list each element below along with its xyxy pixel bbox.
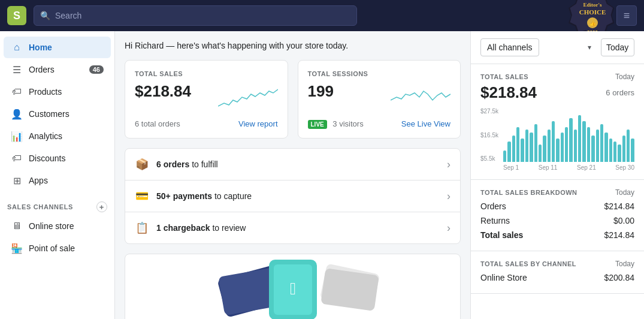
chart-bar <box>600 124 603 162</box>
action-item-chargeback[interactable]: 📋 1 chargeback to review › <box>125 212 460 243</box>
rp-by-channel-header: TOTAL SALES BY CHANNEL Today <box>480 260 634 268</box>
bar-chart <box>480 108 634 162</box>
chart-bar <box>622 136 625 162</box>
rp-total-sales-header: TOTAL SALES Today <box>480 73 634 81</box>
chart-bar <box>591 136 594 162</box>
channel-online-store-label: Online Store <box>480 273 527 282</box>
chart-bar <box>525 130 528 162</box>
bar-chart-container: $27.5k$16.5k$5.5k Sep 1 Sep 11 Sep 21 Se… <box>480 108 634 171</box>
chart-label-sep1: Sep 1 <box>480 164 519 171</box>
date-select[interactable]: Today <box>601 38 634 56</box>
chart-label-sep11: Sep 11 <box>539 164 558 171</box>
breakdown-row-returns: Returns $0.00 <box>480 213 634 228</box>
sidebar-item-orders[interactable]: ☰ Orders 46 <box>4 59 111 80</box>
breakdown-total-value: $214.84 <box>604 230 634 240</box>
chart-bar <box>596 130 599 162</box>
sidebar-item-analytics[interactable]: 📊 Analytics <box>4 125 111 147</box>
sidebar-item-online-store[interactable]: 🖥 Online store <box>4 215 111 237</box>
sessions-visitors: LIVE 3 visitors <box>308 119 364 128</box>
breakdown-returns-label: Returns <box>480 216 510 225</box>
visitors-count: 3 visitors <box>332 119 363 128</box>
discounts-icon: 🏷 <box>11 152 23 164</box>
chart-bar <box>516 127 519 162</box>
top-nav: S 🔍 Search Editor's CHOICE 👍 2022 ≡ <box>0 0 644 31</box>
chart-bar <box>578 115 581 162</box>
rp-by-channel-date: Today <box>615 260 634 268</box>
rp-by-channel-section: TOTAL SALES BY CHANNEL Today Online Stor… <box>471 251 644 294</box>
promo-card:  <box>125 254 461 319</box>
breakdown-row-total: Total sales $214.84 <box>480 228 634 242</box>
chargeback-bold: 1 chargeback <box>156 223 210 233</box>
payments-bold: 50+ payments <box>156 191 212 201</box>
rp-breakdown-header: TOTAL SALES BREAKDOWN Today <box>480 188 634 197</box>
home-icon: ⌂ <box>11 41 23 53</box>
fulfill-rest: to fulfill <box>192 160 218 169</box>
sidebar-item-orders-label: Orders <box>29 65 55 74</box>
channel-select[interactable]: All channels <box>480 38 539 56</box>
breakdown-row-orders: Orders $214.84 <box>480 199 634 213</box>
chart-bar <box>574 130 577 162</box>
search-bar[interactable]: 🔍 Search <box>34 5 357 26</box>
sidebar: ⌂ Home ☰ Orders 46 🏷 Products 👤 Customer… <box>0 31 115 319</box>
chart-bar <box>631 139 634 162</box>
svg-rect-13 <box>321 268 379 311</box>
sidebar-item-discounts[interactable]: 🏷 Discounts <box>4 148 111 169</box>
rp-total-sales-date: Today <box>615 73 634 81</box>
total-sales-value: $218.84 <box>135 82 191 101</box>
payments-chevron: › <box>447 190 451 203</box>
sidebar-item-point-of-sale-label: Point of sale <box>29 243 75 253</box>
sidebar-item-point-of-sale[interactable]: 🏪 Point of sale <box>4 237 111 259</box>
action-item-fulfill[interactable]: 📦 6 orders to fulfill › <box>125 149 460 180</box>
sidebar-item-analytics-label: Analytics <box>29 131 62 141</box>
right-panel: All channels Today TOTAL SALES Today $21… <box>470 31 644 319</box>
orders-badge: 46 <box>89 65 104 74</box>
total-sales-chart <box>218 82 278 112</box>
add-channel-button[interactable]: + <box>96 201 107 212</box>
chart-bar <box>618 145 621 162</box>
breakdown-returns-value: $0.00 <box>613 216 634 225</box>
sidebar-item-customers[interactable]: 👤 Customers <box>4 103 111 125</box>
live-badge: LIVE <box>308 120 327 129</box>
chart-bar <box>512 136 515 162</box>
sidebar-item-online-store-label: Online store <box>29 221 74 231</box>
chart-bar <box>503 151 506 162</box>
sidebar-item-products[interactable]: 🏷 Products <box>4 81 111 103</box>
total-orders-text: 6 total orders <box>135 119 180 128</box>
sidebar-item-home[interactable]: ⌂ Home <box>4 37 111 58</box>
sidebar-item-apps-label: Apps <box>29 176 48 185</box>
sidebar-item-products-label: Products <box>29 87 62 97</box>
rp-breakdown-section: TOTAL SALES BREAKDOWN Today Orders $214.… <box>471 180 644 251</box>
chart-bar <box>539 145 542 162</box>
y-axis-labels: $27.5k$16.5k$5.5k <box>480 108 498 162</box>
sidebar-item-discounts-label: Discounts <box>29 154 65 163</box>
total-sales-content: $218.84 <box>135 82 278 112</box>
orders-icon: ☰ <box>11 64 23 76</box>
rp-total-sales-row: $218.84 6 orders <box>480 83 634 103</box>
total-sessions-content: 199 <box>308 82 451 112</box>
chargeback-icon: 📋 <box>135 221 149 235</box>
online-store-icon: 🖥 <box>11 220 23 232</box>
main-content: Hi Richard — here's what's happening wit… <box>115 31 470 319</box>
chart-label-sep30: Sep 30 <box>615 164 634 171</box>
chart-bar <box>548 130 551 162</box>
chart-bar <box>530 133 533 162</box>
svg-text:Editor's: Editor's <box>583 2 602 8</box>
total-sessions-footer: LIVE 3 visitors See Live View <box>308 119 451 128</box>
date-select-wrapper: Today <box>601 38 634 56</box>
total-sessions-title: TOTAL SESSIONS <box>308 70 451 77</box>
sales-channels-label: SALES CHANNELS <box>7 203 73 210</box>
promo-illustration:  <box>203 254 383 319</box>
nav-menu-button[interactable]: ≡ <box>616 5 637 26</box>
sidebar-item-apps[interactable]: ⊞ Apps <box>4 170 111 191</box>
chart-bar <box>534 124 537 162</box>
greeting-text: Hi Richard — here's what's happening wit… <box>125 41 461 50</box>
see-live-view-link[interactable]: See Live View <box>401 119 451 128</box>
view-report-link[interactable]: View report <box>238 119 278 128</box>
channel-online-store-value: $200.84 <box>604 273 634 282</box>
chart-bar <box>507 142 510 162</box>
svg-text:CHOICE: CHOICE <box>579 8 606 16</box>
chart-bar <box>582 121 585 162</box>
breakdown-total-label: Total sales <box>480 230 523 240</box>
chargeback-rest: to review <box>212 223 246 233</box>
action-item-payments[interactable]: 💳 50+ payments to capture › <box>125 180 460 212</box>
